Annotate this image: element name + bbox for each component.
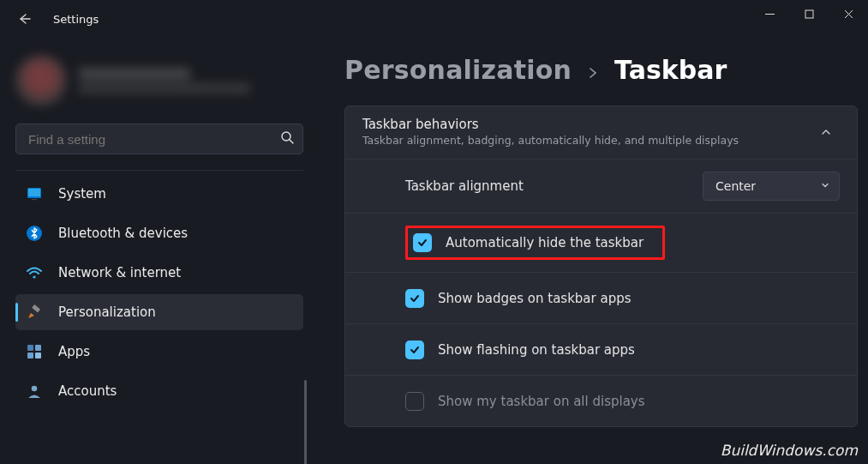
bluetooth-icon xyxy=(26,225,43,242)
svg-rect-0 xyxy=(805,10,813,18)
alignment-value: Center xyxy=(715,179,756,193)
sidebar-item-bluetooth[interactable]: Bluetooth & devices xyxy=(15,215,303,251)
all-displays-label: Show my taskbar on all displays xyxy=(438,394,645,409)
sidebar-item-apps[interactable]: Apps xyxy=(15,334,303,370)
sidebar-item-personalization[interactable]: Personalization xyxy=(15,294,303,330)
alignment-label: Taskbar alignment xyxy=(405,178,689,194)
breadcrumb-parent[interactable]: Personalization xyxy=(344,55,572,85)
sidebar-item-network[interactable]: Network & internet xyxy=(15,255,303,291)
sidebar-item-system[interactable]: System xyxy=(15,176,303,212)
search-icon xyxy=(280,130,294,148)
breadcrumb-current: Taskbar xyxy=(614,55,727,85)
row-badges: Show badges on taskbar apps xyxy=(345,272,857,323)
app-title: Settings xyxy=(53,13,99,26)
chevron-right-icon xyxy=(587,62,599,83)
checkbox-all-displays[interactable] xyxy=(405,392,424,411)
flashing-label: Show flashing on taskbar apps xyxy=(438,342,635,358)
card-title: Taskbar behaviors xyxy=(362,117,739,132)
badges-label: Show badges on taskbar apps xyxy=(438,291,632,306)
sidebar-item-label: Personalization xyxy=(58,304,156,320)
svg-rect-7 xyxy=(32,304,40,313)
highlight-box: Automatically hide the taskbar xyxy=(405,226,665,260)
card-header[interactable]: Taskbar behaviors Taskbar alignment, bad… xyxy=(345,106,857,159)
main-panel: Personalization Taskbar Taskbar behavior… xyxy=(315,38,868,464)
sidebar-item-label: System xyxy=(58,186,106,202)
row-all-displays: Show my taskbar on all displays xyxy=(345,375,857,426)
svg-rect-11 xyxy=(35,353,41,359)
search-input[interactable] xyxy=(28,132,280,147)
breadcrumb: Personalization Taskbar xyxy=(344,55,858,85)
checkbox-badges[interactable] xyxy=(405,289,424,308)
taskbar-behaviors-card: Taskbar behaviors Taskbar alignment, bad… xyxy=(344,105,858,427)
svg-rect-10 xyxy=(27,353,33,359)
sidebar-scrollbar[interactable] xyxy=(304,380,307,409)
apps-icon xyxy=(26,343,43,360)
row-flashing: Show flashing on taskbar apps xyxy=(345,323,857,375)
nav-separator xyxy=(15,170,303,171)
back-button[interactable] xyxy=(15,10,33,27)
chevron-up-icon xyxy=(812,118,840,146)
svg-rect-9 xyxy=(35,345,41,351)
auto-hide-label: Automatically hide the taskbar xyxy=(446,235,644,250)
row-taskbar-alignment: Taskbar alignment Center xyxy=(345,159,857,213)
watermark: BuildWindows.com xyxy=(721,442,858,459)
avatar xyxy=(15,55,67,106)
close-button[interactable] xyxy=(829,0,868,27)
checkbox-auto-hide[interactable] xyxy=(413,233,432,252)
person-icon xyxy=(26,383,43,400)
minimize-button[interactable] xyxy=(750,0,789,27)
checkbox-flashing[interactable] xyxy=(405,340,424,359)
svg-rect-8 xyxy=(27,345,33,351)
sidebar-item-label: Network & internet xyxy=(58,265,181,280)
svg-point-6 xyxy=(33,275,35,278)
row-auto-hide: Automatically hide the taskbar xyxy=(345,213,857,272)
svg-point-12 xyxy=(32,386,38,392)
scrollbar-thumb[interactable] xyxy=(304,380,307,464)
maximize-button[interactable] xyxy=(789,0,829,27)
sidebar-item-label: Apps xyxy=(58,344,90,359)
profile-name xyxy=(79,68,190,80)
svg-rect-3 xyxy=(28,189,40,196)
alignment-select[interactable]: Center xyxy=(703,172,840,201)
sidebar-item-label: Accounts xyxy=(58,383,117,399)
sidebar: System Bluetooth & devices Network & int… xyxy=(0,38,315,464)
sidebar-item-accounts[interactable]: Accounts xyxy=(15,373,303,409)
paintbrush-icon xyxy=(26,304,43,321)
search-box[interactable] xyxy=(15,124,303,154)
card-subtitle: Taskbar alignment, badging, automaticall… xyxy=(362,134,739,147)
svg-rect-4 xyxy=(32,199,37,200)
profile-block[interactable] xyxy=(10,55,308,120)
wifi-icon xyxy=(26,264,43,281)
chevron-down-icon xyxy=(820,179,830,193)
svg-point-1 xyxy=(282,132,290,141)
display-icon xyxy=(26,185,43,202)
sidebar-item-label: Bluetooth & devices xyxy=(58,226,188,241)
profile-email xyxy=(79,83,250,93)
